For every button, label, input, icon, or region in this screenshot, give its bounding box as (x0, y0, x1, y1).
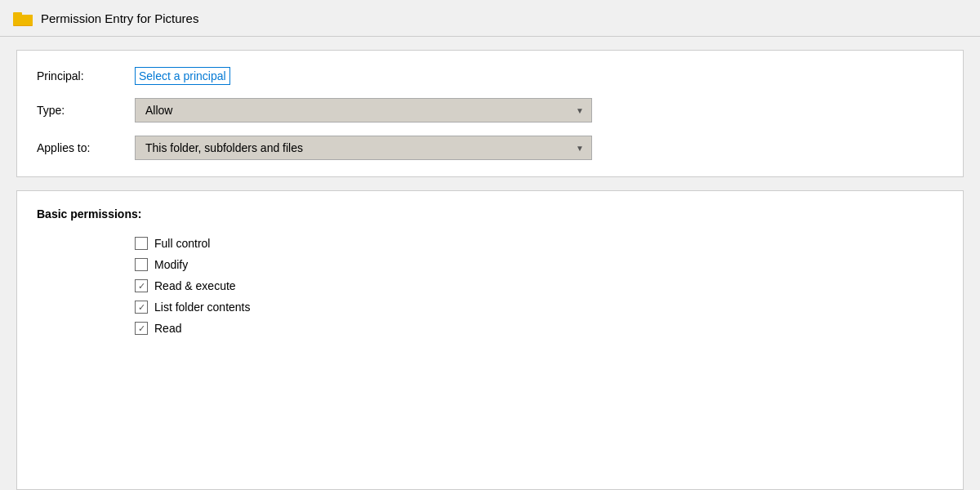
applies-to-label: Applies to: (37, 141, 135, 154)
permission-item-modify: Modify (135, 255, 943, 274)
permission-label-read: Read (154, 322, 181, 335)
permission-label-read-execute: Read & execute (154, 279, 236, 292)
checkbox-read-execute[interactable]: ✓ (135, 279, 148, 292)
content-area: Principal: Select a principal Type: Allo… (0, 37, 980, 490)
permission-list: Full control Modify ✓ Read & execute ✓ L… (135, 234, 943, 338)
type-dropdown[interactable]: Allow Deny (135, 98, 592, 122)
svg-rect-2 (13, 15, 33, 25)
checkbox-list-folder[interactable]: ✓ (135, 301, 148, 314)
permission-item-list-folder: ✓ List folder contents (135, 297, 943, 317)
permissions-title: Basic permissions: (37, 207, 943, 220)
type-row: Type: Allow Deny ▼ (37, 98, 943, 122)
applies-to-row: Applies to: This folder, subfolders and … (37, 136, 943, 160)
checkbox-read[interactable]: ✓ (135, 322, 148, 335)
principal-section: Principal: Select a principal Type: Allo… (16, 50, 964, 177)
permission-label-modify: Modify (154, 258, 188, 271)
title-bar: Permission Entry for Pictures (0, 0, 980, 37)
permission-label-list-folder: List folder contents (154, 301, 251, 314)
principal-row: Principal: Select a principal (37, 67, 943, 85)
permission-label-full-control: Full control (154, 237, 210, 250)
applies-to-dropdown[interactable]: This folder, subfolders and files This f… (135, 136, 592, 160)
window: Permission Entry for Pictures Principal:… (0, 0, 980, 490)
permissions-section: Basic permissions: Full control Modify ✓… (16, 190, 964, 490)
principal-label: Principal: (37, 69, 135, 82)
permission-item-full-control: Full control (135, 234, 943, 253)
applies-to-dropdown-wrapper: This folder, subfolders and files This f… (135, 136, 592, 160)
checkbox-modify[interactable] (135, 258, 148, 271)
select-principal-link[interactable]: Select a principal (135, 67, 230, 85)
window-title: Permission Entry for Pictures (41, 11, 198, 25)
permission-item-read-execute: ✓ Read & execute (135, 276, 943, 296)
type-label: Type: (37, 104, 135, 117)
permission-item-read: ✓ Read (135, 318, 943, 338)
folder-icon (13, 10, 33, 26)
type-dropdown-wrapper: Allow Deny ▼ (135, 98, 592, 122)
checkbox-full-control[interactable] (135, 237, 148, 250)
